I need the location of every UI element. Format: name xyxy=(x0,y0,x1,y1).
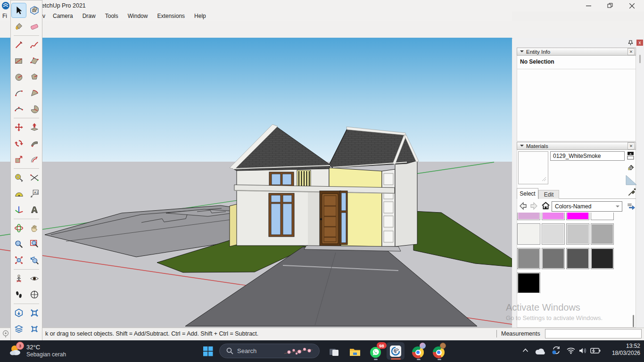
tape-measure-tool[interactable] xyxy=(12,171,26,185)
tab-select[interactable]: Select xyxy=(517,188,538,199)
entity-info-header[interactable]: Entity Info ✕ xyxy=(517,48,636,56)
orbit-tool[interactable] xyxy=(12,221,26,235)
menu-item-draw[interactable]: Draw xyxy=(78,11,100,21)
rotated-rectangle-tool[interactable] xyxy=(27,54,41,68)
close-button[interactable] xyxy=(621,0,642,11)
3d-text-tool[interactable] xyxy=(27,203,41,217)
color-swatch[interactable] xyxy=(591,213,614,220)
create-material-icon[interactable] xyxy=(626,163,636,173)
zoom-previous-tool[interactable] xyxy=(27,253,41,267)
front-door[interactable] xyxy=(320,191,341,246)
sidelight-window[interactable] xyxy=(340,191,347,245)
share-model-tool[interactable] xyxy=(27,306,41,320)
tall-window[interactable] xyxy=(269,193,294,237)
color-swatch[interactable] xyxy=(542,248,565,269)
sync-icon[interactable] xyxy=(552,346,561,355)
color-swatch[interactable] xyxy=(517,223,540,245)
collapse-icon[interactable] xyxy=(520,50,524,54)
color-swatch[interactable] xyxy=(542,213,565,220)
move-tool[interactable] xyxy=(12,120,26,134)
collapse-icon[interactable] xyxy=(520,145,524,148)
tab-edit[interactable]: Edit xyxy=(538,190,559,199)
offset-tool[interactable] xyxy=(27,152,41,166)
task-view-icon[interactable] xyxy=(329,346,340,358)
entity-info-close-icon[interactable]: ✕ xyxy=(627,48,635,55)
select-tool[interactable] xyxy=(12,3,26,17)
collection-dropdown[interactable]: Colors-Named xyxy=(552,201,622,212)
measurements-input[interactable] xyxy=(545,329,642,338)
start-button[interactable] xyxy=(203,346,213,356)
viewport-3d-scene[interactable] xyxy=(0,38,512,328)
materials-close-icon[interactable]: ✕ xyxy=(627,142,635,149)
text-tool[interactable]: A1 xyxy=(27,187,41,201)
extension-tools[interactable] xyxy=(27,322,41,336)
file-explorer-icon[interactable] xyxy=(349,346,361,358)
color-swatch[interactable] xyxy=(591,223,614,245)
weather-condition[interactable]: Sebagian cerah xyxy=(26,351,66,358)
sample-paint-icon[interactable] xyxy=(625,174,637,186)
menu-item-camera[interactable]: Camera xyxy=(48,11,78,21)
color-swatch[interactable] xyxy=(566,223,589,245)
materials-header[interactable]: Materials ✕ xyxy=(517,142,636,150)
details-arrow-icon[interactable] xyxy=(626,202,636,211)
position-camera-tool[interactable] xyxy=(12,272,26,286)
menu-item-window[interactable]: Window xyxy=(123,11,153,21)
freehand-tool[interactable] xyxy=(27,38,41,52)
look-around-tool[interactable] xyxy=(27,272,41,286)
color-swatch[interactable] xyxy=(517,248,540,269)
color-swatch[interactable] xyxy=(517,213,540,220)
circle-tool[interactable] xyxy=(12,70,26,84)
material-name-field[interactable]: 0129_WhiteSmoke xyxy=(550,151,625,161)
line-tool[interactable] xyxy=(12,38,26,52)
turn-around-tool[interactable] xyxy=(27,288,41,302)
sketchup-taskbar-icon[interactable] xyxy=(390,346,401,357)
zoom-tool[interactable] xyxy=(12,237,26,251)
color-swatch[interactable] xyxy=(542,223,565,245)
tray-scrollbar[interactable] xyxy=(639,55,641,63)
volume-icon[interactable] xyxy=(579,347,587,354)
taskbar-clock[interactable]: 13:52 18/03/2026 xyxy=(603,343,640,357)
eyedropper-icon[interactable] xyxy=(627,188,636,197)
two-point-arc-tool[interactable] xyxy=(27,86,41,100)
color-swatch[interactable] xyxy=(566,248,589,269)
menu-item-tools[interactable]: Tools xyxy=(100,11,123,21)
door-handle[interactable] xyxy=(320,218,322,220)
minimize-button[interactable] xyxy=(578,0,599,11)
make-component-tool[interactable] xyxy=(27,3,41,17)
color-swatch[interactable] xyxy=(566,213,589,220)
chevron-up-icon[interactable] xyxy=(522,348,528,353)
rectangle-tool[interactable] xyxy=(12,54,26,68)
color-swatch[interactable] xyxy=(517,272,540,293)
color-swatch[interactable] xyxy=(591,248,614,269)
push-pull-tool[interactable] xyxy=(27,120,41,134)
follow-me-tool[interactable] xyxy=(27,136,41,150)
axes-tool[interactable] xyxy=(12,203,26,217)
back-arrow-icon[interactable] xyxy=(519,202,527,210)
pin-icon[interactable] xyxy=(628,40,633,46)
zoom-window-tool[interactable] xyxy=(27,237,41,251)
rotate-tool[interactable] xyxy=(12,136,26,150)
restore-button[interactable] xyxy=(600,0,620,11)
3d-warehouse-tool[interactable] xyxy=(12,306,26,320)
materials-scrollbar[interactable] xyxy=(633,315,634,327)
protractor-tool[interactable] xyxy=(12,187,26,201)
wifi-icon[interactable] xyxy=(567,347,575,354)
walk-tool[interactable] xyxy=(12,288,26,302)
secondary-pane-icon[interactable] xyxy=(627,151,634,160)
polygon-tool[interactable] xyxy=(27,70,41,84)
zoom-extents-tool[interactable] xyxy=(12,253,26,267)
paint-bucket-tool[interactable] xyxy=(12,19,26,33)
louver-vent[interactable] xyxy=(297,170,311,188)
stone-pillar[interactable] xyxy=(382,169,395,247)
menu-item-help[interactable]: Help xyxy=(190,11,211,21)
geolocation-icon[interactable] xyxy=(2,330,9,338)
pan-tool[interactable] xyxy=(27,221,41,235)
three-point-arc-tool[interactable] xyxy=(12,102,26,116)
scale-tool[interactable] xyxy=(12,152,26,166)
menu-item-extensions[interactable]: Extensions xyxy=(152,11,190,21)
layers-stack-tool[interactable] xyxy=(12,322,26,336)
onedrive-icon[interactable] xyxy=(535,348,546,355)
weather-temp[interactable]: 32°C xyxy=(26,344,40,351)
eraser-tool[interactable] xyxy=(27,19,41,33)
battery-charging-icon[interactable] xyxy=(590,348,601,354)
